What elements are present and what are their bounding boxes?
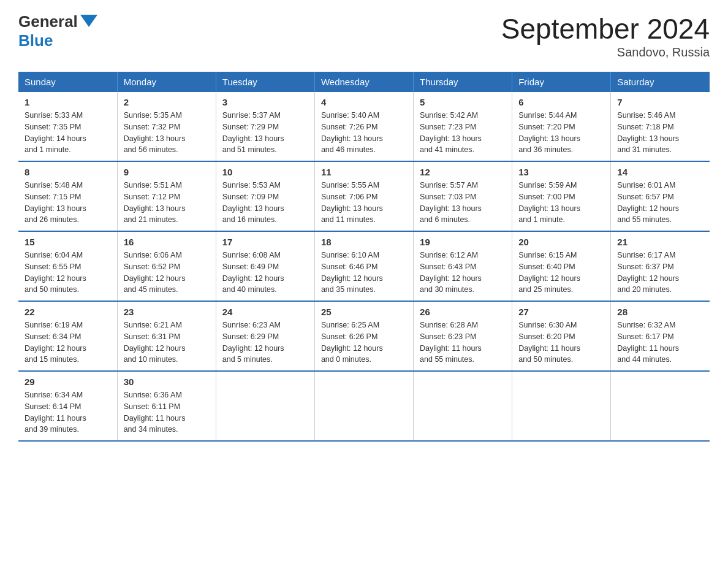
calendar-day-cell: 19 Sunrise: 6:12 AM Sunset: 6:43 PM Dayl… (414, 231, 512, 301)
day-info: Sunrise: 5:42 AM Sunset: 7:23 PM Dayligh… (420, 110, 506, 156)
day-info: Sunrise: 6:21 AM Sunset: 6:31 PM Dayligh… (124, 320, 210, 366)
day-info: Sunrise: 6:08 AM Sunset: 6:49 PM Dayligh… (222, 250, 308, 296)
day-number: 10 (222, 167, 308, 177)
day-number: 6 (518, 97, 604, 107)
calendar-day-cell: 29 Sunrise: 6:34 AM Sunset: 6:14 PM Dayl… (18, 371, 117, 441)
calendar-day-cell (611, 371, 710, 441)
calendar-day-cell (512, 371, 611, 441)
calendar-day-cell (414, 371, 512, 441)
day-number: 12 (420, 167, 506, 177)
day-number: 9 (124, 167, 210, 177)
weekday-header: Saturday (611, 72, 710, 92)
day-info: Sunrise: 5:35 AM Sunset: 7:32 PM Dayligh… (124, 110, 210, 156)
day-number: 30 (124, 377, 210, 387)
day-info: Sunrise: 6:06 AM Sunset: 6:52 PM Dayligh… (124, 250, 210, 296)
day-number: 25 (321, 307, 407, 317)
calendar-day-cell: 18 Sunrise: 6:10 AM Sunset: 6:46 PM Dayl… (314, 231, 413, 301)
day-number: 13 (518, 167, 604, 177)
day-info: Sunrise: 6:19 AM Sunset: 6:34 PM Dayligh… (25, 320, 111, 366)
day-number: 7 (617, 97, 703, 107)
day-info: Sunrise: 5:53 AM Sunset: 7:09 PM Dayligh… (222, 180, 308, 226)
logo-triangle-icon (80, 15, 97, 27)
page-title: September 2024 (501, 12, 710, 45)
day-info: Sunrise: 5:51 AM Sunset: 7:12 PM Dayligh… (124, 180, 210, 226)
day-info: Sunrise: 6:25 AM Sunset: 6:26 PM Dayligh… (321, 320, 407, 366)
day-number: 8 (25, 167, 111, 177)
day-info: Sunrise: 6:28 AM Sunset: 6:23 PM Dayligh… (420, 320, 506, 366)
logo-general-text: General (18, 12, 78, 31)
day-number: 22 (25, 307, 111, 317)
calendar-day-cell: 11 Sunrise: 5:55 AM Sunset: 7:06 PM Dayl… (314, 161, 413, 231)
day-info: Sunrise: 5:40 AM Sunset: 7:26 PM Dayligh… (321, 110, 407, 156)
day-info: Sunrise: 6:15 AM Sunset: 6:40 PM Dayligh… (518, 250, 604, 296)
day-number: 24 (222, 307, 308, 317)
day-number: 18 (321, 237, 407, 247)
calendar-day-cell: 17 Sunrise: 6:08 AM Sunset: 6:49 PM Dayl… (216, 231, 314, 301)
day-info: Sunrise: 6:30 AM Sunset: 6:20 PM Dayligh… (518, 320, 604, 366)
day-number: 19 (420, 237, 506, 247)
day-number: 21 (617, 237, 703, 247)
calendar-week-row: 15 Sunrise: 6:04 AM Sunset: 6:55 PM Dayl… (18, 231, 710, 301)
day-number: 28 (617, 307, 703, 317)
calendar-day-cell: 3 Sunrise: 5:37 AM Sunset: 7:29 PM Dayli… (216, 92, 314, 161)
calendar-day-cell: 6 Sunrise: 5:44 AM Sunset: 7:20 PM Dayli… (512, 92, 611, 161)
calendar-header-row: SundayMondayTuesdayWednesdayThursdayFrid… (18, 72, 710, 92)
page-subtitle: Sandovo, Russia (501, 45, 710, 59)
calendar-day-cell: 24 Sunrise: 6:23 AM Sunset: 6:29 PM Dayl… (216, 301, 314, 371)
calendar-day-cell: 22 Sunrise: 6:19 AM Sunset: 6:34 PM Dayl… (18, 301, 117, 371)
calendar-day-cell: 4 Sunrise: 5:40 AM Sunset: 7:26 PM Dayli… (314, 92, 413, 161)
day-info: Sunrise: 5:33 AM Sunset: 7:35 PM Dayligh… (25, 110, 111, 156)
day-info: Sunrise: 5:46 AM Sunset: 7:18 PM Dayligh… (617, 110, 703, 156)
calendar-day-cell: 30 Sunrise: 6:36 AM Sunset: 6:11 PM Dayl… (117, 371, 216, 441)
weekday-header: Sunday (18, 72, 117, 92)
day-number: 1 (25, 97, 111, 107)
calendar-day-cell: 1 Sunrise: 5:33 AM Sunset: 7:35 PM Dayli… (18, 92, 117, 161)
day-number: 14 (617, 167, 703, 177)
calendar-week-row: 1 Sunrise: 5:33 AM Sunset: 7:35 PM Dayli… (18, 92, 710, 161)
calendar-day-cell (216, 371, 314, 441)
calendar-day-cell: 12 Sunrise: 5:57 AM Sunset: 7:03 PM Dayl… (414, 161, 512, 231)
day-number: 20 (518, 237, 604, 247)
day-info: Sunrise: 5:59 AM Sunset: 7:00 PM Dayligh… (518, 180, 604, 226)
weekday-header: Thursday (414, 72, 512, 92)
day-info: Sunrise: 5:55 AM Sunset: 7:06 PM Dayligh… (321, 180, 407, 226)
day-number: 11 (321, 167, 407, 177)
logo-blue-text: Blue (18, 31, 53, 50)
calendar-day-cell: 23 Sunrise: 6:21 AM Sunset: 6:31 PM Dayl… (117, 301, 216, 371)
calendar-day-cell: 13 Sunrise: 5:59 AM Sunset: 7:00 PM Dayl… (512, 161, 611, 231)
weekday-header: Friday (512, 72, 611, 92)
day-number: 26 (420, 307, 506, 317)
day-info: Sunrise: 6:12 AM Sunset: 6:43 PM Dayligh… (420, 250, 506, 296)
calendar-day-cell: 8 Sunrise: 5:48 AM Sunset: 7:15 PM Dayli… (18, 161, 117, 231)
calendar-day-cell: 27 Sunrise: 6:30 AM Sunset: 6:20 PM Dayl… (512, 301, 611, 371)
day-number: 23 (124, 307, 210, 317)
day-number: 3 (222, 97, 308, 107)
day-number: 2 (124, 97, 210, 107)
calendar-day-cell: 26 Sunrise: 6:28 AM Sunset: 6:23 PM Dayl… (414, 301, 512, 371)
day-number: 17 (222, 237, 308, 247)
day-number: 16 (124, 237, 210, 247)
title-block: September 2024 Sandovo, Russia (501, 12, 710, 59)
page-header: General Blue September 2024 Sandovo, Rus… (18, 12, 710, 59)
day-info: Sunrise: 5:37 AM Sunset: 7:29 PM Dayligh… (222, 110, 308, 156)
logo: General Blue (18, 12, 97, 50)
calendar-day-cell: 25 Sunrise: 6:25 AM Sunset: 6:26 PM Dayl… (314, 301, 413, 371)
day-number: 5 (420, 97, 506, 107)
day-info: Sunrise: 6:04 AM Sunset: 6:55 PM Dayligh… (25, 250, 111, 296)
calendar-week-row: 8 Sunrise: 5:48 AM Sunset: 7:15 PM Dayli… (18, 161, 710, 231)
day-info: Sunrise: 6:23 AM Sunset: 6:29 PM Dayligh… (222, 320, 308, 366)
calendar-day-cell: 10 Sunrise: 5:53 AM Sunset: 7:09 PM Dayl… (216, 161, 314, 231)
calendar-day-cell: 14 Sunrise: 6:01 AM Sunset: 6:57 PM Dayl… (611, 161, 710, 231)
calendar-week-row: 29 Sunrise: 6:34 AM Sunset: 6:14 PM Dayl… (18, 371, 710, 441)
calendar-table: SundayMondayTuesdayWednesdayThursdayFrid… (18, 72, 710, 442)
calendar-day-cell: 2 Sunrise: 5:35 AM Sunset: 7:32 PM Dayli… (117, 92, 216, 161)
day-info: Sunrise: 6:34 AM Sunset: 6:14 PM Dayligh… (25, 389, 111, 435)
day-info: Sunrise: 6:01 AM Sunset: 6:57 PM Dayligh… (617, 180, 703, 226)
calendar-week-row: 22 Sunrise: 6:19 AM Sunset: 6:34 PM Dayl… (18, 301, 710, 371)
day-number: 4 (321, 97, 407, 107)
day-info: Sunrise: 6:17 AM Sunset: 6:37 PM Dayligh… (617, 250, 703, 296)
weekday-header: Tuesday (216, 72, 314, 92)
day-info: Sunrise: 6:10 AM Sunset: 6:46 PM Dayligh… (321, 250, 407, 296)
day-info: Sunrise: 6:36 AM Sunset: 6:11 PM Dayligh… (124, 389, 210, 435)
calendar-day-cell: 28 Sunrise: 6:32 AM Sunset: 6:17 PM Dayl… (611, 301, 710, 371)
